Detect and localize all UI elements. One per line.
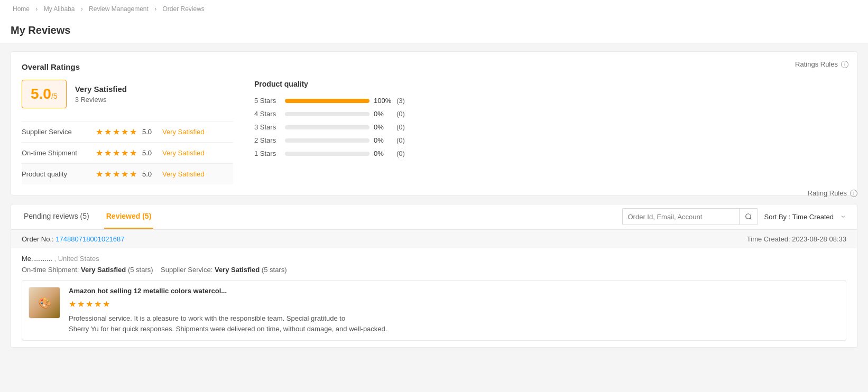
metric-score-0: 5.0: [142, 128, 158, 136]
metric-status-2: Very Satisfied: [162, 170, 205, 178]
breadcrumb-review[interactable]: Review Management: [89, 5, 149, 13]
reviewer-info-0: Me........... , United States: [22, 255, 846, 263]
reviewer-location: , United States: [54, 255, 99, 263]
review-header-0: Order No.: 174880718001021687 Time Creat…: [11, 230, 857, 248]
ratings-rules-info-icon: i: [841, 61, 848, 68]
search-area: Sort By : Time Created: [622, 208, 847, 225]
ratings-rules-link[interactable]: Ratings Rules i: [795, 60, 848, 68]
review-meta-0: On-time Shipment: Very Satisfied (5 star…: [22, 266, 846, 274]
product-quality-section: Product quality 5 Stars 100% (3) 4 Stars…: [254, 80, 846, 184]
bar-label-1: 4 Stars: [254, 110, 281, 118]
metric-row-0: Supplier Service ★ ★ ★ ★ ★ 5.0 Very Sati…: [22, 121, 233, 142]
bar-label-0: 5 Stars: [254, 97, 281, 105]
product-thumb-0: 🎨: [29, 287, 60, 319]
sort-chevron-icon: [840, 213, 846, 220]
overall-ratings-title: Overall Ratings: [22, 62, 846, 71]
bar-fill-0: [285, 99, 370, 103]
product-thumb-img: 🎨: [29, 287, 60, 318]
bar-count-3: (0): [396, 136, 405, 144]
overall-ratings-card: Ratings Rules i Overall Ratings 5.0/5 Ve…: [11, 51, 857, 195]
satisfaction-label: Very Satisfied: [75, 85, 127, 94]
order-no-0: Order No.: 174880718001021687: [22, 235, 124, 243]
tab-pending[interactable]: Pending reviews (5): [22, 204, 91, 229]
svg-line-1: [750, 218, 751, 220]
tab-reviewed[interactable]: Reviewed (5): [104, 204, 154, 229]
on-time-shipment-value: Very Satisfied: [81, 266, 126, 274]
product-review-0: 🎨 Amazon hot selling 12 metallic colors …: [22, 280, 846, 341]
page-title: My Reviews: [0, 18, 868, 43]
score-denom: /5: [51, 92, 58, 100]
metric-row-2: Product quality ★ ★ ★ ★ ★ 5.0 Very Satis…: [22, 163, 233, 184]
breadcrumb-sep2: ›: [81, 5, 83, 13]
search-icon: [745, 213, 752, 220]
bar-pct-1: 0%: [374, 110, 392, 118]
metric-score-1: 5.0: [142, 149, 158, 157]
time-value: 2023-08-28 08:33: [792, 235, 846, 243]
metric-label-0: Supplier Service: [22, 128, 96, 136]
search-input[interactable]: [623, 213, 739, 221]
rating-rules-info-icon: i: [850, 190, 857, 197]
supplier-service-value: Very Satisfied: [215, 266, 260, 274]
supplier-service-label: Supplier Service:: [161, 266, 213, 274]
review-body-0: Me........... , United States On-time Sh…: [11, 248, 857, 347]
reviewer-name: Me...........: [22, 255, 52, 263]
bar-label-2: 3 Stars: [254, 123, 281, 131]
bar-count-4: (0): [396, 150, 405, 157]
time-label: Time Created:: [747, 235, 790, 243]
bar-count-1: (0): [396, 110, 405, 118]
bar-container-0: [285, 99, 370, 103]
bar-row-3: 2 Stars 0% (0): [254, 136, 846, 144]
overall-score-row: 5.0/5 Very Satisfied 3 Reviews: [22, 80, 233, 108]
bar-container-3: [285, 138, 370, 143]
svg-point-0: [745, 214, 750, 219]
review-list: Order No.: 174880718001021687 Time Creat…: [11, 229, 857, 348]
tabs-row: Pending reviews (5) Reviewed (5) Sort By…: [11, 204, 857, 229]
ratings-left: 5.0/5 Very Satisfied 3 Reviews Supplier …: [22, 80, 233, 184]
breadcrumb-home[interactable]: Home: [13, 5, 30, 13]
metric-stars-2: ★ ★ ★ ★ ★: [96, 169, 137, 179]
metric-stars-1: ★ ★ ★ ★ ★: [96, 148, 137, 158]
ratings-rules-label: Ratings Rules: [795, 60, 838, 68]
review-count: 3 Reviews: [75, 96, 127, 104]
rating-rules-label: Rating Rules: [808, 189, 847, 197]
product-name-0: Amazon hot selling 12 metallic colors wa…: [69, 287, 839, 295]
product-stars-0: ★ ★ ★ ★ ★: [69, 299, 839, 309]
rating-rules-link[interactable]: Rating Rules i: [808, 189, 857, 197]
bar-label-3: 2 Stars: [254, 136, 281, 144]
breadcrumb-sep3: ›: [154, 5, 156, 13]
product-quality-title: Product quality: [254, 80, 846, 88]
metric-label-2: Product quality: [22, 170, 96, 178]
review-item-0: Order No.: 174880718001021687 Time Creat…: [11, 229, 857, 347]
bar-container-2: [285, 125, 370, 129]
bar-row-4: 1 Stars 0% (0): [254, 150, 846, 157]
metric-score-2: 5.0: [142, 170, 158, 178]
bar-container-4: [285, 152, 370, 156]
breadcrumb: Home › My Alibaba › Review Management › …: [0, 0, 868, 18]
metric-row-1: On-time Shipment ★ ★ ★ ★ ★ 5.0 Very Sati…: [22, 142, 233, 163]
breadcrumb-sep: ›: [35, 5, 38, 13]
time-created-0: Time Created: 2023-08-28 08:33: [747, 235, 846, 243]
tabs-section: Rating Rules i Pending reviews (5) Revie…: [11, 204, 857, 229]
bar-container-1: [285, 112, 370, 116]
bar-pct-3: 0%: [374, 136, 392, 144]
metric-stars-0: ★ ★ ★ ★ ★: [96, 127, 137, 137]
bar-count-0: (3): [396, 97, 405, 105]
score-box: 5.0/5: [22, 80, 67, 108]
bar-label-4: 1 Stars: [254, 150, 281, 157]
sort-label: Sort By : Time Created: [764, 213, 834, 221]
product-info-0: Amazon hot selling 12 metallic colors wa…: [69, 287, 839, 334]
bar-row-2: 3 Stars 0% (0): [254, 123, 846, 131]
breadcrumb-current: Order Reviews: [163, 5, 205, 13]
metric-label-1: On-time Shipment: [22, 149, 96, 157]
product-review-text-0: Professional service. It is a pleasure t…: [69, 313, 839, 334]
search-box: [622, 208, 758, 225]
on-time-shipment-label: On-time Shipment:: [22, 266, 79, 274]
search-button[interactable]: [739, 208, 758, 225]
score-number: 5.0: [31, 86, 51, 102]
metric-status-1: Very Satisfied: [162, 149, 205, 157]
order-no-link[interactable]: 174880718001021687: [56, 235, 124, 243]
metric-status-0: Very Satisfied: [162, 128, 205, 136]
bar-pct-2: 0%: [374, 123, 392, 131]
breadcrumb-myalibaba[interactable]: My Alibaba: [44, 5, 75, 13]
bar-pct-0: 100%: [374, 97, 392, 105]
